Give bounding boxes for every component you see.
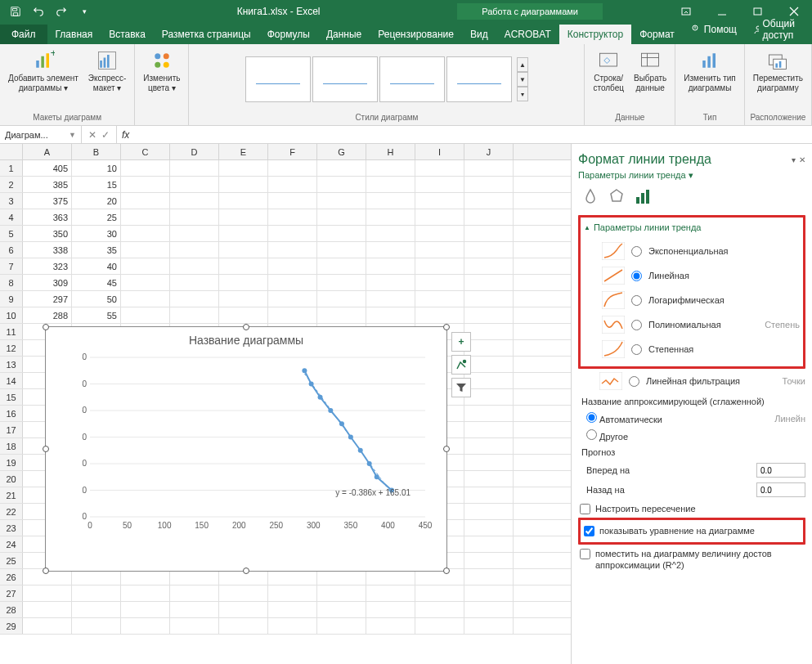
row-header[interactable]: 5 — [0, 226, 23, 241]
col-header[interactable]: G — [317, 144, 366, 159]
forecast-bwd-input[interactable] — [756, 482, 805, 497]
resize-handle[interactable] — [43, 568, 49, 574]
cell[interactable]: 375 — [23, 193, 72, 209]
resize-handle[interactable] — [443, 446, 450, 452]
move-chart-button[interactable]: Переместить диаграмму — [750, 47, 806, 95]
chart-object[interactable]: Название диаграммы 010203040506005010015… — [45, 326, 447, 572]
row-header[interactable]: 19 — [0, 455, 23, 470]
row-header[interactable]: 24 — [0, 536, 23, 552]
row-header[interactable]: 8 — [0, 275, 23, 290]
add-chart-element-button[interactable]: + Добавить элемент диаграммы ▾ — [5, 47, 82, 95]
chart-filters-icon[interactable] — [451, 378, 471, 397]
row-header[interactable]: 18 — [0, 438, 23, 454]
resize-handle[interactable] — [43, 324, 49, 330]
cell[interactable]: 363 — [23, 209, 72, 225]
col-header[interactable]: J — [464, 144, 514, 159]
gallery-down-icon[interactable]: ▼ — [517, 72, 528, 87]
tab-file[interactable]: Файл — [0, 25, 47, 44]
row-header[interactable]: 27 — [0, 585, 23, 601]
chart-elements-icon[interactable]: + — [451, 332, 471, 352]
select-data-button[interactable]: Выбрать данные — [630, 47, 670, 95]
chart-plot[interactable]: 0102030405060050100150200250300350400450… — [82, 353, 433, 533]
undo-icon[interactable] — [28, 2, 49, 20]
col-header[interactable]: E — [219, 144, 268, 159]
cell[interactable]: 288 — [23, 307, 72, 323]
cell[interactable]: 385 — [23, 177, 72, 192]
trendline-logarithmic[interactable]: Логарифмическая — [584, 288, 800, 312]
row-header[interactable]: 11 — [0, 324, 23, 339]
chart-style-thumb[interactable] — [245, 56, 311, 102]
col-header[interactable]: D — [170, 144, 219, 159]
resize-handle[interactable] — [443, 568, 450, 574]
trendline-moving-avg[interactable]: Линейная фильтрация Точки — [578, 369, 805, 393]
row-header[interactable]: 13 — [0, 357, 23, 372]
cancel-entry-icon[interactable]: ✕ — [88, 129, 96, 141]
panel-close-icon[interactable]: ✕ — [799, 155, 805, 164]
tab-formulas[interactable]: Формулы — [259, 25, 318, 44]
row-header[interactable]: 2 — [0, 177, 23, 192]
select-all-corner[interactable] — [0, 144, 23, 159]
cell[interactable]: 45 — [72, 275, 121, 290]
col-header[interactable]: H — [366, 144, 415, 159]
chk-set-intercept[interactable]: Настроить пересечение — [578, 500, 805, 518]
switch-row-col-button[interactable]: Строка/ столбец — [590, 47, 627, 95]
col-header[interactable]: A — [23, 144, 72, 159]
resize-handle[interactable] — [43, 446, 49, 452]
row-header[interactable]: 6 — [0, 242, 23, 258]
accept-entry-icon[interactable]: ✓ — [101, 129, 110, 141]
panel-options-icon[interactable]: ▾ — [792, 155, 796, 164]
cell[interactable]: 50 — [72, 291, 121, 307]
row-header[interactable]: 9 — [0, 291, 23, 307]
tab-home[interactable]: Главная — [47, 25, 101, 44]
row-header[interactable]: 23 — [0, 520, 23, 536]
chk-show-r2[interactable]: поместить на диаграмму величину достов а… — [578, 545, 805, 575]
chart-styles-icon[interactable] — [451, 355, 471, 375]
row-header[interactable]: 15 — [0, 389, 23, 405]
fill-line-icon[interactable] — [581, 187, 599, 205]
fx-icon[interactable]: fx — [117, 129, 134, 141]
cell[interactable]: 25 — [72, 209, 121, 225]
row-header[interactable]: 20 — [0, 471, 23, 487]
tab-view[interactable]: Вид — [462, 25, 496, 44]
row-header[interactable]: 12 — [0, 340, 23, 356]
tab-data[interactable]: Данные — [318, 25, 370, 44]
resize-handle[interactable] — [243, 568, 249, 574]
cell[interactable]: 40 — [72, 258, 121, 274]
cell[interactable]: 20 — [72, 193, 121, 209]
trendline-options-icon[interactable] — [634, 187, 652, 205]
col-header[interactable]: B — [72, 144, 121, 159]
row-header[interactable]: 26 — [0, 569, 23, 585]
cell[interactable]: 338 — [23, 242, 72, 258]
row-header[interactable]: 21 — [0, 487, 23, 503]
name-auto-option[interactable]: Автоматически Линейн — [578, 410, 805, 427]
row-header[interactable]: 3 — [0, 193, 23, 209]
tab-insert[interactable]: Вставка — [101, 25, 154, 44]
trendline-options-heading[interactable]: Параметры линии тренда — [584, 222, 800, 232]
cell[interactable]: 297 — [23, 291, 72, 307]
col-header[interactable]: I — [415, 144, 464, 159]
resize-handle[interactable] — [443, 324, 450, 330]
tell-me[interactable]: Помощ — [683, 20, 745, 38]
tab-acrobat[interactable]: ACROBAT — [496, 25, 559, 44]
col-header[interactable]: C — [121, 144, 170, 159]
row-header[interactable]: 17 — [0, 422, 23, 437]
chk-show-equation[interactable]: показывать уравнение на диаграмме — [584, 525, 800, 536]
name-other-option[interactable]: Другое — [578, 427, 805, 444]
row-header[interactable]: 10 — [0, 307, 23, 323]
row-header[interactable]: 29 — [0, 618, 23, 634]
row-header[interactable]: 7 — [0, 258, 23, 274]
trendline-power[interactable]: Степенная — [584, 337, 800, 361]
change-chart-type-button[interactable]: Изменить тип диаграммы — [680, 47, 738, 95]
forecast-fwd-input[interactable] — [756, 463, 805, 478]
row-header[interactable]: 25 — [0, 553, 23, 568]
effects-icon[interactable] — [608, 187, 626, 205]
cell[interactable]: 405 — [23, 160, 72, 176]
tab-page-layout[interactable]: Разметка страницы — [154, 25, 259, 44]
tab-review[interactable]: Рецензирование — [370, 25, 462, 44]
row-header[interactable]: 14 — [0, 373, 23, 388]
row-header[interactable]: 16 — [0, 406, 23, 421]
cell[interactable]: 323 — [23, 258, 72, 274]
row-header[interactable]: 28 — [0, 602, 23, 617]
share-button[interactable]: Общий доступ — [745, 15, 812, 44]
trendline-linear[interactable]: Линейная — [584, 263, 800, 288]
